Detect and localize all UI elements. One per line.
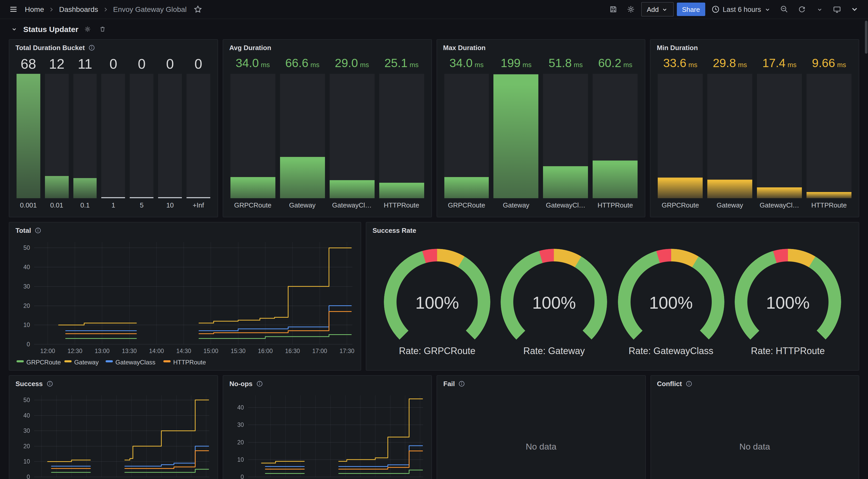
panel-total: Total 0102030405012:0012:3013:0013:3014:… <box>9 222 361 371</box>
row-settings-button[interactable] <box>82 24 93 35</box>
zoom-out-time-button[interactable] <box>777 2 792 16</box>
bar-track <box>158 74 182 198</box>
bar-fill <box>658 177 703 198</box>
breadcrumb-current-dashboard: Envoy Gateway Global <box>112 5 188 13</box>
svg-text:10: 10 <box>237 456 244 463</box>
bar-fill <box>73 178 97 198</box>
refresh-button[interactable] <box>795 2 809 16</box>
panel-title[interactable]: Avg Duration <box>229 44 271 52</box>
panel-title[interactable]: Conflict <box>657 380 682 387</box>
info-icon[interactable] <box>46 380 53 387</box>
panel-row-3: Success 0102030405012:0012:3013:0013:301… <box>9 375 859 479</box>
panel-avg-duration: Avg Duration 34.0msGRPCRoute66.6msGatewa… <box>223 39 432 217</box>
bar-unit: ms <box>623 61 632 69</box>
bar-fill <box>593 161 638 198</box>
svg-text:14:00: 14:00 <box>149 348 164 354</box>
row-collapse-button[interactable] <box>8 24 20 35</box>
svg-text:15:00: 15:00 <box>204 348 219 354</box>
bar-unit: ms <box>261 61 270 69</box>
bar-label: GatewayCl… <box>543 201 588 212</box>
bar-label: Gateway <box>494 201 538 212</box>
collapse-nav-button[interactable] <box>847 2 862 16</box>
add-button[interactable]: Add <box>641 2 674 16</box>
info-icon[interactable] <box>35 227 41 234</box>
bar-value: 51.8ms <box>543 56 588 74</box>
svg-text:0: 0 <box>241 474 244 479</box>
bar-gauge: 29.8msGateway <box>707 56 752 212</box>
top-nav: Home Dashboards Envoy Gateway Global Add… <box>0 0 868 19</box>
bar-fill <box>444 177 489 198</box>
panel-title[interactable]: Success <box>16 380 43 387</box>
bar-gauge-viz: 680.001120.01110.101050100+Inf <box>9 55 218 217</box>
bar-label: HTTPRoute <box>807 201 851 212</box>
chevron-down-icon <box>850 5 859 13</box>
panel-success: Success 0102030405012:0012:3013:0013:301… <box>9 375 218 479</box>
time-series-plot[interactable]: 0102030405012:0012:3013:0013:3014:0014:3… <box>9 391 218 479</box>
svg-text:17:00: 17:00 <box>312 348 327 354</box>
chevron-down-icon <box>816 6 823 13</box>
scrollbar-thumb[interactable] <box>865 21 867 54</box>
bar-value: 29.8ms <box>707 56 752 74</box>
panel-title[interactable]: No-ops <box>229 380 253 387</box>
bar-value: 17.4ms <box>757 56 802 74</box>
panel-title[interactable]: Min Duration <box>657 44 698 52</box>
svg-text:30: 30 <box>237 421 244 428</box>
svg-text:0: 0 <box>27 474 30 479</box>
success-chart: 0102030405012:0012:3013:0013:3014:0014:3… <box>9 391 218 479</box>
panel-title[interactable]: Total Duration Bucket <box>16 44 85 52</box>
trash-icon <box>99 26 106 33</box>
bar-track <box>807 74 851 198</box>
bar-value: 0 <box>130 56 154 74</box>
bar-label: GatewayCl… <box>330 201 374 212</box>
bar-fill <box>45 176 69 198</box>
menu-button[interactable] <box>6 2 21 16</box>
svg-text:20: 20 <box>23 443 30 450</box>
bar-track <box>757 74 802 198</box>
breadcrumb-separator-icon <box>102 6 109 13</box>
breadcrumb-dashboards[interactable]: Dashboards <box>58 5 99 13</box>
bar-label: Gateway <box>280 201 325 212</box>
bar-unit: ms <box>688 61 698 69</box>
svg-text:12:30: 12:30 <box>67 348 83 354</box>
bar-gauge: 51.8msGatewayCl… <box>543 56 588 212</box>
time-series-plot[interactable]: 0102030405012:0012:3013:0013:3014:0014:3… <box>9 238 361 370</box>
row-title[interactable]: Status Updater <box>23 25 78 34</box>
bar-unit: ms <box>574 61 583 69</box>
bar-track <box>230 74 275 198</box>
bar-unit: ms <box>311 61 319 69</box>
svg-text:12:00: 12:00 <box>40 348 55 354</box>
bar-unit: ms <box>474 61 484 69</box>
breadcrumb-home[interactable]: Home <box>24 5 45 13</box>
panel-min-duration: Min Duration 33.6msGRPCRoute29.8msGatewa… <box>650 39 860 217</box>
info-icon[interactable] <box>256 380 263 387</box>
bar-track <box>280 74 325 198</box>
info-icon[interactable] <box>88 44 95 51</box>
save-dashboard-button[interactable] <box>606 2 621 16</box>
zoom-out-icon <box>780 5 788 13</box>
refresh-interval-dropdown[interactable] <box>812 2 827 16</box>
svg-text:20: 20 <box>23 303 30 309</box>
share-button[interactable]: Share <box>677 3 705 16</box>
bar-label: Gateway <box>707 201 752 212</box>
favorite-star-button[interactable] <box>191 2 206 16</box>
hamburger-icon <box>9 5 18 13</box>
panel-title[interactable]: Total <box>16 226 31 234</box>
row-delete-button[interactable] <box>97 24 108 35</box>
kiosk-mode-button[interactable] <box>830 2 844 16</box>
bar-fill <box>101 197 125 198</box>
bar-gauge: 01 <box>101 56 125 212</box>
dashboard-settings-button[interactable] <box>624 2 638 16</box>
time-range-picker[interactable]: Last 6 hours <box>708 5 774 13</box>
panel-row-1: Total Duration Bucket 680.001120.01110.1… <box>9 39 859 217</box>
svg-text:17:30: 17:30 <box>339 348 354 354</box>
info-icon[interactable] <box>686 380 692 387</box>
panel-title[interactable]: Success Rate <box>373 226 416 234</box>
bar-gauge: 120.01 <box>45 56 69 212</box>
panel-title[interactable]: Max Duration <box>443 44 486 52</box>
bar-value: 34.0ms <box>444 56 489 74</box>
svg-text:40: 40 <box>237 404 244 411</box>
time-series-plot[interactable]: 01020304012:0012:3013:0013:3014:0014:301… <box>223 391 431 479</box>
panel-title[interactable]: Fail <box>443 380 455 387</box>
monitor-icon <box>833 5 841 13</box>
info-icon[interactable] <box>459 380 465 387</box>
